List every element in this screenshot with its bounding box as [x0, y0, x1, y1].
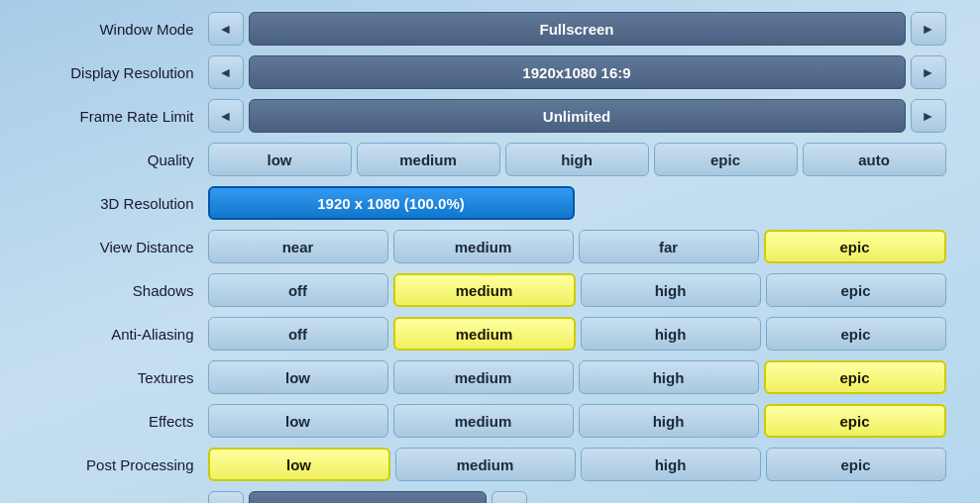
quality-high[interactable]: high	[505, 143, 649, 176]
textures-epic[interactable]: epic	[764, 360, 946, 394]
view-distance-controls: near medium far epic	[208, 230, 946, 263]
effects-medium[interactable]: medium	[393, 404, 574, 438]
textures-label: Textures	[35, 369, 208, 386]
frame-rate-left[interactable]: ◄	[208, 99, 244, 133]
frame-rate-label: Frame Rate Limit	[35, 108, 208, 125]
shadows-epic[interactable]: epic	[766, 273, 946, 307]
anti-aliasing-medium[interactable]: medium	[393, 317, 576, 351]
frame-rate-right[interactable]: ►	[911, 99, 946, 133]
shadows-label: Shadows	[35, 282, 208, 299]
shadows-off[interactable]: off	[208, 273, 388, 307]
post-processing-low[interactable]: low	[208, 448, 390, 481]
quality-controls: low medium high epic auto	[208, 143, 946, 176]
window-mode-controls: ◄ Fullscreen ►	[208, 12, 946, 46]
vsync-row: Vsync ◄ Off ►	[35, 489, 946, 503]
frame-rate-value: Unlimited	[249, 99, 906, 133]
frame-rate-row: Frame Rate Limit ◄ Unlimited ►	[35, 97, 946, 135]
window-mode-row: Window Mode ◄ Fullscreen ►	[35, 10, 946, 48]
window-mode-right[interactable]: ►	[911, 12, 946, 46]
display-resolution-left[interactable]: ◄	[208, 55, 244, 89]
settings-panel: Window Mode ◄ Fullscreen ► Display Resol…	[15, 0, 966, 503]
resolution-3d-label: 3D Resolution	[35, 195, 208, 212]
post-processing-medium[interactable]: medium	[395, 448, 576, 481]
anti-aliasing-high[interactable]: high	[581, 317, 761, 351]
view-distance-near[interactable]: near	[208, 230, 388, 263]
resolution-3d-value[interactable]: 1920 x 1080 (100.0%)	[208, 186, 575, 220]
quality-label: Quality	[35, 151, 208, 168]
vsync-value: Off	[249, 491, 487, 503]
textures-medium[interactable]: medium	[393, 360, 574, 394]
quality-row: Quality low medium high epic auto	[35, 141, 946, 178]
post-processing-high[interactable]: high	[581, 448, 761, 481]
textures-low[interactable]: low	[208, 360, 388, 394]
anti-aliasing-controls: off medium high epic	[208, 317, 946, 351]
view-distance-medium[interactable]: medium	[393, 230, 574, 263]
view-distance-far[interactable]: far	[579, 230, 759, 263]
post-processing-epic[interactable]: epic	[766, 448, 946, 481]
window-mode-label: Window Mode	[35, 21, 208, 38]
view-distance-epic[interactable]: epic	[764, 230, 946, 263]
display-resolution-right[interactable]: ►	[911, 55, 946, 89]
display-resolution-value: 1920x1080 16:9	[249, 55, 906, 89]
textures-controls: low medium high epic	[208, 360, 946, 394]
resolution-3d-row: 3D Resolution 1920 x 1080 (100.0%)	[35, 184, 946, 222]
textures-row: Textures low medium high epic	[35, 358, 946, 396]
quality-auto[interactable]: auto	[803, 143, 946, 176]
display-resolution-controls: ◄ 1920x1080 16:9 ►	[208, 55, 946, 89]
display-resolution-label: Display Resolution	[35, 64, 208, 81]
frame-rate-controls: ◄ Unlimited ►	[208, 99, 946, 133]
vsync-left[interactable]: ◄	[208, 491, 244, 503]
vsync-label: Vsync	[35, 500, 208, 504]
anti-aliasing-row: Anti-Aliasing off medium high epic	[35, 315, 946, 352]
vsync-controls: ◄ Off ►	[208, 491, 527, 503]
effects-controls: low medium high epic	[208, 404, 946, 438]
quality-epic[interactable]: epic	[654, 143, 798, 176]
view-distance-label: View Distance	[35, 239, 208, 255]
effects-row: Effects low medium high epic	[35, 402, 946, 440]
view-distance-row: View Distance near medium far epic	[35, 228, 946, 265]
display-resolution-row: Display Resolution ◄ 1920x1080 16:9 ►	[35, 53, 946, 91]
window-mode-value: Fullscreen	[249, 12, 906, 46]
effects-epic[interactable]: epic	[764, 404, 946, 438]
textures-high[interactable]: high	[579, 360, 759, 394]
post-processing-controls: low medium high epic	[208, 448, 946, 481]
shadows-row: Shadows off medium high epic	[35, 271, 946, 309]
anti-aliasing-off[interactable]: off	[208, 317, 388, 351]
quality-medium[interactable]: medium	[357, 143, 500, 176]
window-mode-left[interactable]: ◄	[208, 12, 244, 46]
effects-high[interactable]: high	[579, 404, 759, 438]
effects-low[interactable]: low	[208, 404, 388, 438]
post-processing-row: Post Processing low medium high epic	[35, 446, 946, 483]
anti-aliasing-label: Anti-Aliasing	[35, 326, 208, 343]
vsync-right[interactable]: ►	[491, 491, 527, 503]
shadows-high[interactable]: high	[581, 273, 761, 307]
resolution-3d-controls: 1920 x 1080 (100.0%)	[208, 186, 946, 220]
shadows-medium[interactable]: medium	[393, 273, 576, 307]
shadows-controls: off medium high epic	[208, 273, 946, 307]
post-processing-label: Post Processing	[35, 456, 208, 473]
anti-aliasing-epic[interactable]: epic	[766, 317, 946, 351]
effects-label: Effects	[35, 413, 208, 430]
quality-low[interactable]: low	[208, 143, 352, 176]
